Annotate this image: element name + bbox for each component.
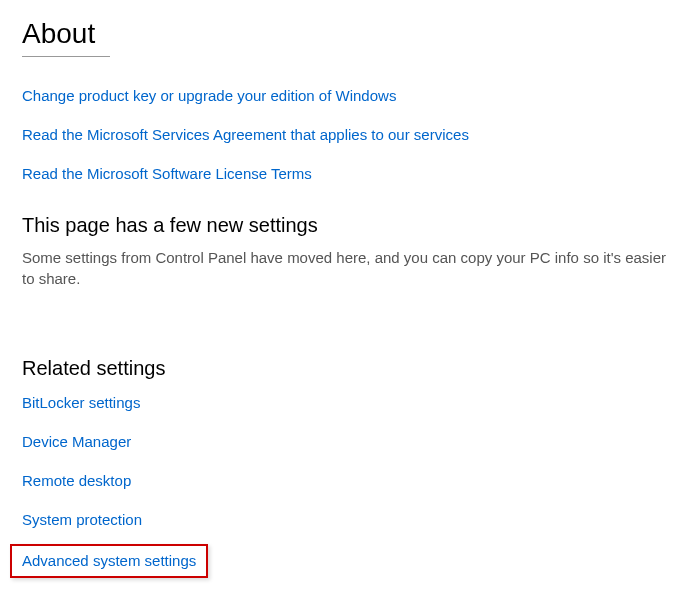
new-settings-heading: This page has a few new settings: [22, 214, 674, 237]
link-bitlocker[interactable]: BitLocker settings: [22, 394, 140, 411]
link-services-agreement[interactable]: Read the Microsoft Services Agreement th…: [22, 126, 674, 143]
new-settings-description: Some settings from Control Panel have mo…: [22, 247, 674, 289]
link-system-protection[interactable]: System protection: [22, 511, 142, 528]
title-underline: [22, 56, 110, 57]
link-device-manager[interactable]: Device Manager: [22, 433, 131, 450]
link-product-key[interactable]: Change product key or upgrade your editi…: [22, 87, 674, 104]
highlighted-advanced-system-settings: Advanced system settings: [10, 544, 208, 578]
related-settings-heading: Related settings: [22, 357, 674, 380]
link-license-terms[interactable]: Read the Microsoft Software License Term…: [22, 165, 674, 182]
link-advanced-system-settings[interactable]: Advanced system settings: [22, 552, 196, 569]
link-remote-desktop[interactable]: Remote desktop: [22, 472, 131, 489]
page-title: About: [22, 18, 674, 50]
